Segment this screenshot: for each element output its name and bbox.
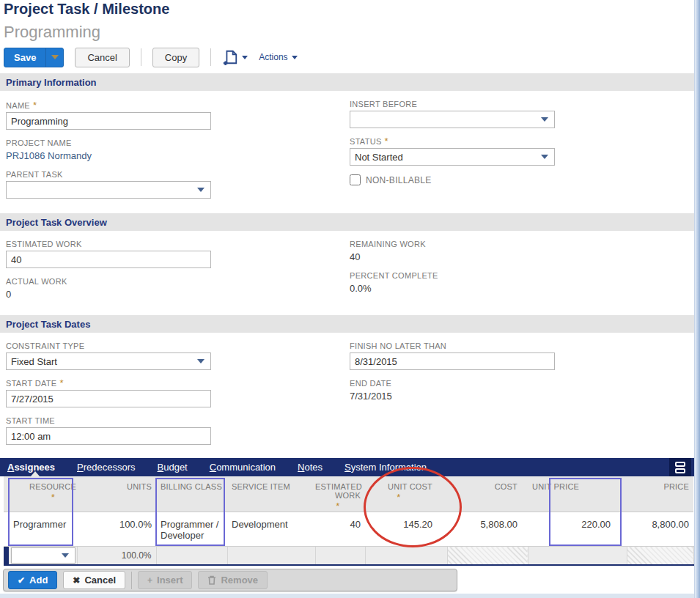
actual-work-label: ACTUAL WORK [6,277,67,286]
grid-edit-row: 100.0% [4,547,693,565]
end-date-label: END DATE [350,379,391,388]
dates-right-column: FINISH NO LATER THAN END DATE 7/31/2015 [350,342,577,410]
finish-no-later-than-field: FINISH NO LATER THAN [350,342,577,370]
finish-no-later-than-input[interactable] [350,352,555,370]
finish-no-later-than-label: FINISH NO LATER THAN [350,342,446,350]
button-divider [131,572,132,589]
project-name-label: PROJECT NAME [6,139,72,147]
chevron-down-icon [62,553,69,558]
required-marker: * [315,501,361,512]
required-marker: * [33,101,37,109]
cell-unit-cost: 145.20 [365,512,447,547]
overview-left-column: ESTIMATED WORK ACTUAL WORK 0 [6,240,233,309]
remove-button[interactable]: Remove [198,571,268,589]
section-project-task-overview: Project Task Overview [0,213,694,231]
vertical-scrollbar[interactable] [694,0,700,598]
required-marker: * [365,492,432,503]
save-split-button[interactable]: Save [4,48,64,67]
parent-task-select[interactable] [6,181,211,199]
edit-units-cell[interactable]: 100.0% [77,547,156,565]
toolbar: Save Cancel Copy Actions [4,47,298,67]
assignee-row: Programmer 100.0% Programmer / Developer… [4,512,693,547]
required-marker: * [29,492,77,503]
add-record-button[interactable] [222,49,248,65]
cancel-button[interactable]: Cancel [75,48,129,67]
trash-icon [207,575,216,585]
grid-header-row: RESOURCE* UNITS BILLING CLASS SERVICE IT… [4,476,693,512]
estimated-work-label: ESTIMATED WORK [6,240,82,248]
cell-units: 100.0% [77,512,156,547]
percent-complete-label: PERCENT COMPLETE [350,271,438,280]
cell-service-item: Development [227,512,315,547]
status-select[interactable]: Not Started [350,148,555,166]
save-menu-button[interactable] [45,48,63,67]
actions-label: Actions [259,52,287,62]
cell-cost: 5,808.00 [447,512,528,547]
resource-select[interactable] [11,547,75,564]
cell-billing-class: Programmer / Developer [156,512,227,547]
cell-price: 8,800.00 [627,512,693,547]
insert-button[interactable]: +Insert [138,571,192,589]
estimated-work-input[interactable] [6,251,211,268]
edit-estimated-work-cell[interactable] [315,547,365,565]
start-date-input[interactable] [6,390,211,407]
name-input[interactable] [6,112,211,130]
row-selector[interactable] [4,512,9,547]
assignees-table: RESOURCE* UNITS BILLING CLASS SERVICE IT… [4,476,694,566]
subtab-bar: Assignees Predecessors Budget Communicat… [0,458,694,476]
edit-row-selector[interactable] [4,547,9,565]
tab-budget[interactable]: Budget [158,462,188,473]
name-label: NAME [6,101,30,110]
edit-unit-cost-cell[interactable] [365,547,447,565]
chevron-down-icon [541,117,548,122]
edit-unit-price-cell[interactable] [528,547,627,565]
tab-system-information[interactable]: System Information [345,462,427,473]
constraint-type-select[interactable]: Fixed Start [6,352,211,370]
section-project-task-dates: Project Task Dates [0,315,694,333]
constraint-type-field: CONSTRAINT TYPE Fixed Start [6,342,233,370]
section-primary-information: Primary Information [0,73,694,91]
edit-billing-class-cell[interactable] [156,547,227,565]
col-price: PRICE [627,476,693,512]
percent-complete-value: 0.0% [350,282,577,294]
tab-predecessors[interactable]: Predecessors [77,462,135,473]
grid-cancel-button[interactable]: ✖Cancel [63,571,125,589]
non-billable-field: NON-BILLABLE [350,174,577,185]
subtab-menu-icon[interactable] [669,458,691,476]
new-document-icon [222,49,238,65]
end-date-value: 7/31/2015 [350,390,577,402]
tab-communication[interactable]: Communication [210,462,276,473]
edit-service-item-cell[interactable] [227,547,315,565]
col-billing-class: BILLING CLASS [156,476,227,512]
required-marker: * [59,379,63,387]
start-time-input[interactable] [6,427,211,445]
selector-header [4,476,9,512]
add-button[interactable]: ✔Add [8,571,57,589]
parent-task-field: PARENT TASK [6,170,233,199]
start-date-field: START DATE* [6,379,233,407]
non-billable-checkbox[interactable] [350,174,361,185]
page-title: Project Task / Milestone [4,1,169,18]
tab-notes[interactable]: Notes [298,462,323,473]
chevron-down-icon [51,55,59,59]
project-name-link[interactable]: PRJ1086 Normandy [6,150,233,161]
estimated-work-field: ESTIMATED WORK [6,240,233,268]
status-label: STATUS [350,137,382,146]
dates-left-column: CONSTRAINT TYPE Fixed Start START DATE* … [6,342,233,454]
actual-work-value: 0 [6,288,233,300]
save-button[interactable]: Save [4,48,45,67]
insert-before-select[interactable] [350,111,555,128]
col-resource: RESOURCE* [9,476,77,512]
chevron-down-icon [541,155,548,159]
x-icon: ✖ [73,575,80,586]
check-icon: ✔ [18,575,25,586]
assignees-grid: RESOURCE* UNITS BILLING CLASS SERVICE IT… [0,476,694,566]
actual-work-field: ACTUAL WORK 0 [6,277,233,300]
project-task-page: Project Task / Milestone Programming Sav… [0,0,700,598]
non-billable-label: NON-BILLABLE [366,175,432,185]
insert-before-label: INSERT BEFORE [350,100,417,108]
actions-menu[interactable]: Actions [259,52,297,62]
copy-button[interactable]: Copy [152,48,199,67]
constraint-type-label: CONSTRAINT TYPE [6,342,84,350]
insert-before-field: INSERT BEFORE [350,100,577,128]
